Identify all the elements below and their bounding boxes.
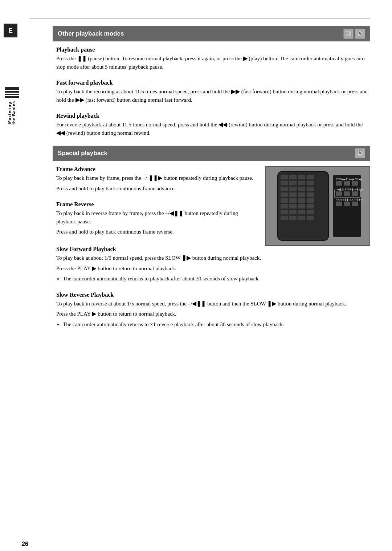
main-content: Other playback modes [53, 26, 370, 328]
sidebar-line-2 [5, 94, 19, 95]
slow-forward-text-2: Press the PLAY ▶ button to return to nor… [56, 264, 370, 273]
slow-reverse-bullets: The camcorder automatically returns to ×… [63, 320, 370, 329]
svg-text:–/◀❚❚ STOP❚ +/❚❚▶: –/◀❚❚ STOP❚ +/❚❚▶ [336, 188, 363, 191]
fast-forward-heading: Fast forward playback [56, 80, 370, 86]
svg-rect-23 [281, 193, 288, 197]
slow-reverse-section: Slow Reverse Playback To play back in re… [56, 292, 370, 329]
special-content-row: Frame Advance To play back frame by fram… [53, 166, 370, 246]
sidebar-line-1 [5, 91, 19, 93]
svg-rect-15 [281, 181, 288, 185]
svg-rect-22 [307, 187, 314, 191]
slow-rev-icon: ◀❚❚ [192, 300, 206, 307]
remote-control-image: REW◀◀ PLAY▶ FF ▶▶ –/◀❚❚ STOP❚ +/❚❚▶ PAUS… [265, 166, 370, 246]
rewind-text: For reverse playback at about 11.5 times… [56, 121, 370, 137]
fast-forward-text: To play back the recording at about 11.5… [56, 88, 370, 104]
svg-rect-37 [298, 210, 305, 214]
svg-rect-24 [289, 193, 297, 197]
slow-reverse-heading: Slow Reverse Playback [56, 292, 370, 298]
special-pencil-icon: ✎ [355, 148, 365, 158]
sidebar: E Mastering the Basics [0, 7, 25, 551]
slow-forward-bullets: The camcorder automatically returns to p… [63, 275, 370, 283]
sidebar-line-thick [5, 87, 19, 90]
special-playback-title: Special playback [58, 150, 107, 157]
svg-rect-30 [307, 198, 314, 203]
play-icon-sf: ▶ [92, 265, 96, 271]
play-icon: ▶ [243, 55, 248, 61]
slow-icon-sr: ❚▶ [267, 300, 276, 307]
frame-reverse-section: Frame Reverse To play back in reverse fr… [56, 201, 258, 236]
svg-rect-41 [298, 216, 305, 220]
page-number: 26 [22, 541, 28, 547]
svg-rect-21 [298, 187, 305, 191]
sidebar-text: Mastering the Basics [7, 101, 16, 125]
special-playback-header: Special playback ✎ [53, 146, 370, 161]
slow-reverse-text-2: Press the PLAY ▶ button to return to nor… [56, 310, 370, 318]
slow-fwd-icon: ❚▶ [182, 255, 191, 261]
ff-icon-2: ▶▶ [75, 97, 84, 103]
frame-rev-icon: ◀❚❚ [170, 210, 183, 216]
special-playback-block: Special playback ✎ Frame Advance [53, 146, 370, 328]
svg-text:✎: ✎ [358, 151, 362, 156]
special-text-col: Frame Advance To play back frame by fram… [53, 166, 258, 245]
special-header-icons: ✎ [355, 148, 365, 158]
other-playback-title: Other playback modes [58, 30, 124, 37]
svg-rect-49 [336, 191, 342, 196]
svg-rect-27 [281, 198, 288, 203]
playback-pause-text: Press the ❚❚ (pause) button. To resume n… [56, 54, 370, 71]
svg-rect-50 [344, 191, 350, 196]
svg-rect-39 [281, 216, 288, 220]
svg-rect-34 [307, 204, 314, 208]
rew-icon-2: ◀◀ [56, 130, 65, 136]
frame-reverse-heading: Frame Reverse [56, 201, 258, 208]
svg-rect-53 [336, 202, 342, 206]
other-playback-block: Other playback modes [53, 26, 370, 137]
svg-rect-12 [289, 175, 297, 179]
svg-rect-42 [307, 216, 314, 220]
svg-rect-32 [289, 204, 297, 208]
svg-rect-11 [281, 175, 288, 179]
svg-rect-51 [352, 191, 358, 196]
svg-rect-54 [344, 202, 350, 206]
svg-rect-26 [307, 193, 314, 197]
top-rule [29, 18, 370, 19]
svg-rect-13 [298, 175, 305, 179]
page-container: E Mastering the Basics Other playback mo… [0, 7, 392, 551]
svg-text:REW◀◀ PLAY▶  FF ▶▶: REW◀◀ PLAY▶ FF ▶▶ [336, 178, 363, 181]
pencil-icon: ✎ [355, 29, 365, 39]
frame-reverse-text-1: To play back in reverse frame by frame, … [56, 209, 258, 226]
frame-advance-section: Frame Advance To play back frame by fram… [56, 166, 258, 193]
rewind-heading: Rewind playback [56, 113, 370, 119]
svg-rect-46 [344, 181, 350, 186]
svg-rect-45 [336, 181, 342, 186]
pause-icon: ❚❚ [77, 55, 87, 61]
fast-forward-section: Fast forward playback To play back the r… [56, 80, 370, 104]
svg-rect-55 [352, 202, 358, 206]
remote-svg: REW◀◀ PLAY▶ FF ▶▶ –/◀❚❚ STOP❚ +/❚❚▶ PAUS… [267, 168, 368, 244]
svg-rect-31 [281, 204, 288, 208]
slow-forward-text-1: To play back at about 1/5 normal speed, … [56, 254, 370, 262]
svg-rect-17 [298, 181, 305, 185]
playback-pause-heading: Playback pause [56, 46, 370, 53]
frame-advance-text-2: Press and hold to play back continuous f… [56, 185, 258, 193]
slow-reverse-bullet-1: The camcorder automatically returns to ×… [63, 320, 370, 329]
other-playback-header: Other playback modes [53, 26, 370, 41]
sidebar-lines [5, 87, 19, 99]
playback-pause-section: Playback pause Press the ❚❚ (pause) butt… [56, 46, 370, 71]
rewind-section: Rewind playback For reverse playback at … [56, 113, 370, 137]
e-badge: E [4, 24, 17, 37]
svg-rect-20 [289, 187, 297, 191]
svg-rect-33 [298, 204, 305, 208]
svg-rect-16 [289, 181, 297, 185]
svg-rect-40 [289, 216, 297, 220]
svg-rect-25 [298, 193, 305, 197]
svg-rect-38 [307, 210, 314, 214]
frame-advance-heading: Frame Advance [56, 166, 258, 173]
svg-rect-28 [289, 198, 297, 203]
ff-icon: ▶▶ [231, 88, 240, 94]
svg-rect-36 [289, 210, 297, 214]
slow-forward-heading: Slow Forward Playback [56, 246, 370, 252]
svg-rect-19 [281, 187, 288, 191]
slow-forward-section: Slow Forward Playback To play back at ab… [56, 246, 370, 283]
svg-text:✎: ✎ [358, 31, 362, 36]
frame-adv-icon: ❚❚▶ [148, 175, 162, 181]
